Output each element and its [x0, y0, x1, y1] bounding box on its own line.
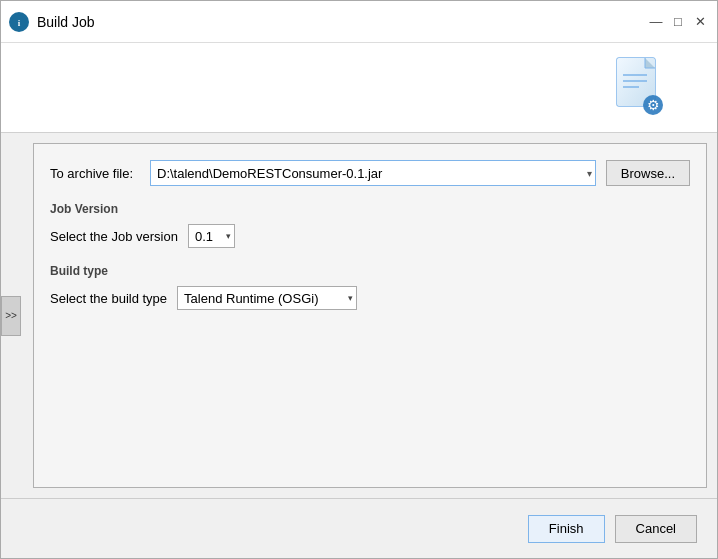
- window-controls: — □ ✕: [647, 13, 709, 31]
- title-bar: i Build Job — □ ✕: [1, 1, 717, 43]
- build-type-row: Select the build type Talend Runtime (OS…: [50, 286, 690, 310]
- archive-row: To archive file: ▾ Browse...: [50, 160, 690, 186]
- window-title: Build Job: [37, 14, 95, 30]
- main-panel: To archive file: ▾ Browse... Job Version…: [33, 143, 707, 488]
- build-type-section: Build type Select the build type Talend …: [50, 264, 690, 310]
- build-type-label: Select the build type: [50, 291, 167, 306]
- svg-text:⚙: ⚙: [647, 97, 660, 113]
- build-job-window: i Build Job — □ ✕: [0, 0, 718, 559]
- job-version-section: Job Version Select the Job version 0.1 0…: [50, 202, 690, 248]
- content-area: >> To archive file: ▾ Browse... Job Vers…: [1, 133, 717, 498]
- maximize-button[interactable]: □: [669, 13, 687, 31]
- job-version-select-wrapper: 0.1 0.2 1.0 ▾: [188, 224, 235, 248]
- build-graphic: ⚙: [599, 43, 679, 133]
- browse-button[interactable]: Browse...: [606, 160, 690, 186]
- close-button[interactable]: ✕: [691, 13, 709, 31]
- job-version-title: Job Version: [50, 202, 690, 216]
- cancel-button[interactable]: Cancel: [615, 515, 697, 543]
- job-version-label: Select the Job version: [50, 229, 178, 244]
- window-icon: i: [9, 12, 29, 32]
- build-type-title: Build type: [50, 264, 690, 278]
- finish-button[interactable]: Finish: [528, 515, 605, 543]
- archive-label: To archive file:: [50, 166, 140, 181]
- build-type-select-wrapper: Talend Runtime (OSGi) Standalone Docker …: [177, 286, 357, 310]
- minimize-button[interactable]: —: [647, 13, 665, 31]
- footer: Finish Cancel: [1, 498, 717, 558]
- build-type-select[interactable]: Talend Runtime (OSGi) Standalone Docker: [177, 286, 357, 310]
- job-version-select[interactable]: 0.1 0.2 1.0: [188, 224, 235, 248]
- job-version-row: Select the Job version 0.1 0.2 1.0 ▾: [50, 224, 690, 248]
- top-banner: ⚙: [1, 43, 717, 133]
- spacer: [50, 326, 690, 471]
- archive-input-wrapper: ▾: [150, 160, 596, 186]
- archive-file-input[interactable]: [150, 160, 596, 186]
- sidebar-toggle-button[interactable]: >>: [1, 296, 21, 336]
